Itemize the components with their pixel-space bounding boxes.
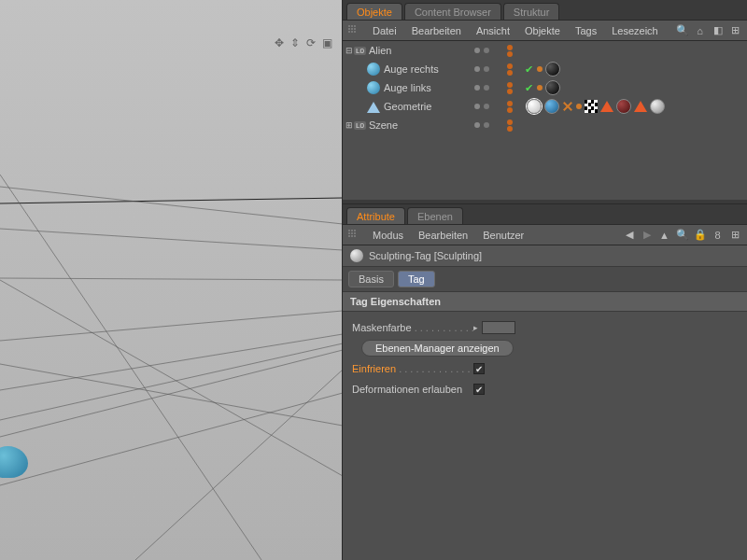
material-tag-black[interactable] [545,62,560,77]
object-label: Geometrie [384,101,431,112]
search-icon[interactable]: 🔍 [676,229,688,241]
menu-bearbeiten[interactable]: Bearbeiten [404,23,469,38]
menu-ansicht[interactable]: Ansicht [469,23,517,38]
tree-row-szene[interactable]: ⊞ L0 Szene [343,116,747,134]
layer-badge: L0 [354,121,366,130]
object-label: Szene [369,119,398,131]
tree-row-geometrie[interactable]: Geometrie [343,97,747,116]
object-tree[interactable]: ⊟ L0 Alien Auge rechts ✔ [343,41,747,200]
sculpt-tag-selected[interactable] [527,99,542,114]
menu-lesezeichen[interactable]: Lesezeich [604,23,666,38]
tag-properties: Maskenfarbe ▸ Ebenen-Manager anzeigen Ei… [343,312,747,405]
svg-line-12 [135,370,343,560]
svg-line-3 [0,278,343,280]
object-label: Alien [369,45,391,56]
view-icon[interactable]: ◧ [712,24,724,36]
frame-icon[interactable]: ▣ [321,37,332,49]
checkbox-deformationen[interactable]: ✔ [473,384,485,395]
rotate-icon[interactable]: ⟳ [305,37,317,49]
home-icon[interactable]: ⌂ [694,24,706,36]
tab-ebenen[interactable]: Ebenen [407,207,463,224]
svg-line-0 [0,198,343,203]
object-panel-tabbar: Objekte Content Browser Struktur [343,0,747,21]
drag-handle-icon[interactable] [348,25,359,36]
collapse-icon[interactable]: ⊟ [345,46,354,55]
tree-row-auge-rechts[interactable]: Auge rechts ✔ [343,60,747,78]
attribute-menubar: Modus Bearbeiten Benutzer ◀ ▶ ▲ 🔍 🔒 8 ⊞ [343,225,747,245]
sphere-icon [367,81,380,94]
tag-dot-icon[interactable] [576,104,582,109]
check-icon[interactable]: ✔ [525,82,533,94]
move-icon[interactable]: ✥ [274,37,285,49]
svg-line-8 [0,175,261,560]
expand-icon[interactable]: ⊞ [729,229,741,241]
ebenen-manager-button[interactable]: Ebenen-Manager anzeigen [361,340,514,357]
tag-dot-icon[interactable] [537,85,543,91]
material-tag-grey[interactable] [650,99,665,114]
tag-x-icon[interactable] [562,101,573,112]
geometry-icon [367,102,380,113]
tree-row-alien[interactable]: ⊟ L0 Alien [343,41,747,60]
attribute-panel-tabbar: Attribute Ebenen [343,204,747,225]
tab-attribute[interactable]: Attribute [346,207,405,224]
menu-benutzer[interactable]: Benutzer [475,228,531,243]
menu-objekte[interactable]: Objekte [517,23,568,38]
label-deformationen: Deformationen erlauben [352,384,473,395]
checkbox-einfrieren[interactable]: ✔ [473,363,485,374]
nav-up-icon[interactable]: ▲ [658,229,670,241]
svg-line-11 [0,393,343,485]
expand-icon[interactable]: ⊞ [345,120,354,130]
tab-content-browser[interactable]: Content Browser [404,3,501,20]
zoom-icon[interactable]: ⇕ [289,37,301,49]
check-icon[interactable]: ✔ [525,63,533,76]
attribute-object-title: Sculpting-Tag [Sculpting] [343,245,747,267]
lock-icon[interactable]: 🔒 [694,229,706,241]
material-tag-darkred[interactable] [616,99,631,114]
color-swatch-maskenfarbe[interactable] [482,321,515,334]
search-icon[interactable]: 🔍 [676,24,688,36]
menu-modus[interactable]: Modus [365,228,411,243]
viewport-3d[interactable]: ✥ ⇕ ⟳ ▣ [0,0,343,560]
tab-objekte[interactable]: Objekte [346,3,402,20]
perspective-grid [0,0,343,560]
svg-line-1 [0,187,343,224]
material-tag-black[interactable] [545,80,560,95]
svg-line-9 [0,280,343,476]
menu-bearbeiten[interactable]: Bearbeiten [411,228,475,243]
drag-handle-icon[interactable] [348,230,359,241]
object-label: Auge rechts [384,63,439,75]
attribute-subtabs: Basis Tag [343,267,747,291]
svg-line-4 [0,311,343,341]
svg-line-7 [0,350,343,437]
menu-datei[interactable]: Datei [365,23,404,38]
selection-tag-icon[interactable] [600,101,613,112]
object-label: Auge links [384,82,431,93]
label-maskenfarbe: Maskenfarbe [352,322,473,333]
selection-tag-icon[interactable] [634,101,647,112]
svg-line-10 [0,364,343,426]
tag-dot-icon[interactable] [537,66,543,72]
attribute-title-label: Sculpting-Tag [Sculpting] [369,250,482,261]
material-tag-blue[interactable] [544,99,559,114]
nav-fwd-icon[interactable]: ▶ [641,229,653,241]
subtab-basis[interactable]: Basis [348,271,394,287]
viewport-nav-icons: ✥ ⇕ ⟳ ▣ [274,37,332,49]
uv-tag-icon[interactable] [585,100,598,113]
object-panel-menubar: Datei Bearbeiten Ansicht Objekte Tags Le… [343,21,747,41]
tree-row-auge-links[interactable]: Auge links ✔ [343,78,747,97]
svg-line-2 [0,229,343,250]
nav-back-icon[interactable]: ◀ [623,229,635,241]
tab-struktur[interactable]: Struktur [503,3,560,20]
snap-icon[interactable]: 8 [712,229,724,241]
label-einfrieren: Einfrieren [352,363,473,374]
dropdown-arrow-icon[interactable]: ▸ [473,323,478,332]
section-header: Tag Eigenschaften [343,291,747,312]
subtab-tag[interactable]: Tag [398,271,435,287]
menu-tags[interactable]: Tags [568,23,604,38]
sphere-icon [367,63,380,76]
expand-icon[interactable]: ⊞ [729,24,741,36]
layer-badge: L0 [354,47,366,55]
sculpt-tag-icon [350,249,363,262]
